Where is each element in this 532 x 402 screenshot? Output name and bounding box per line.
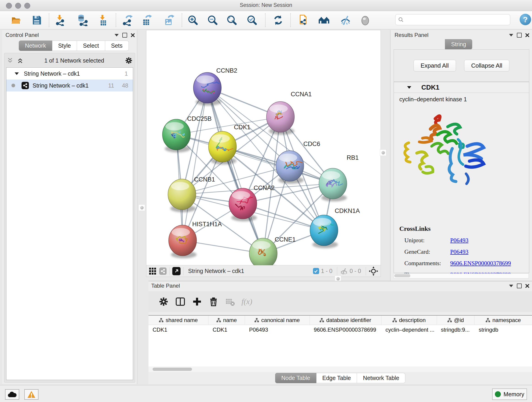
column-header[interactable]: canonical name (245, 316, 310, 325)
export-table-icon (141, 14, 153, 26)
open-session-button[interactable] (10, 14, 22, 26)
close-panel-icon[interactable] (525, 33, 529, 37)
column-header[interactable]: name (209, 316, 245, 325)
expand-all-button[interactable]: Expand All (413, 60, 456, 71)
results-horizontal-scrollbar[interactable] (394, 274, 529, 279)
network-node-CCNA1[interactable] (266, 102, 294, 135)
node-details-header[interactable]: CDK1 (394, 82, 529, 93)
tab-network-table[interactable]: Network Table (357, 373, 405, 383)
table-row[interactable]: CDK1 CDK1 P06493 9606.ENSP00000378699 cy… (148, 325, 532, 335)
crosslink-link[interactable]: P06493 (450, 249, 468, 255)
memory-label: Memory (504, 391, 524, 398)
tab-select[interactable]: Select (77, 41, 105, 51)
export-table-button[interactable] (141, 14, 153, 26)
selected-indicator-checkbox[interactable] (313, 268, 319, 274)
string-import-button[interactable] (298, 14, 310, 26)
memory-button[interactable]: Memory (492, 389, 527, 400)
crosslink-link[interactable]: 9606.ENSP00000378699 (450, 260, 511, 267)
cell-database-identifier: 9606.ENSP00000378699 (310, 325, 381, 335)
zoom-in-button[interactable] (187, 14, 199, 26)
import-network-database-button[interactable] (76, 14, 89, 26)
panel-menu-icon[interactable] (509, 285, 513, 287)
zoom-selected-icon (246, 14, 258, 26)
column-header[interactable]: shared name (148, 316, 209, 325)
eye-slash-icon (340, 14, 351, 26)
network-node-HIST1H1A[interactable] (169, 225, 196, 258)
table-options-gear-icon[interactable] (158, 297, 169, 307)
network-node-CDC25B[interactable] (162, 119, 190, 153)
zoom-fit-button[interactable] (226, 14, 238, 26)
close-panel-icon[interactable] (131, 33, 135, 37)
table-horizontal-scrollbar[interactable] (148, 366, 532, 372)
help-button[interactable]: ? (520, 14, 531, 25)
detach-view-icon[interactable] (172, 267, 181, 275)
network-node-RB1[interactable] (319, 168, 347, 201)
expand-all-networks-icon[interactable] (17, 57, 24, 64)
warnings-button[interactable] (24, 389, 38, 400)
details-disclosure-icon[interactable] (407, 86, 411, 89)
search-input[interactable] (404, 15, 510, 25)
float-panel-icon[interactable] (122, 33, 127, 38)
float-panel-icon[interactable] (517, 33, 522, 38)
network-row[interactable]: String Network – cdk1 11 48 (6, 80, 133, 91)
tab-network[interactable]: Network (19, 41, 52, 51)
cloud-tasks-button[interactable] (5, 389, 19, 400)
close-panel-icon[interactable] (525, 284, 529, 288)
column-type-icon (216, 318, 221, 322)
network-node-CDC6[interactable] (276, 151, 304, 184)
hide-selected-button[interactable] (340, 14, 351, 26)
panel-menu-icon[interactable] (114, 34, 119, 36)
create-column-plus-icon[interactable] (192, 297, 202, 307)
tab-sets[interactable]: Sets (105, 41, 129, 51)
collection-disclosure-icon[interactable] (15, 72, 19, 75)
network-node-CDKN1A[interactable] (310, 215, 338, 248)
export-image-button[interactable] (163, 14, 175, 26)
crosslink-label: Compartments: (399, 260, 450, 267)
database-import-icon (76, 14, 89, 26)
tab-string[interactable]: String (445, 39, 472, 50)
pan-crosshair-icon[interactable] (369, 266, 378, 276)
zoom-selected-button[interactable] (246, 14, 258, 26)
first-neighbors-button[interactable] (318, 14, 330, 26)
delete-column-trash-icon[interactable] (209, 297, 219, 307)
network-options-gear-icon[interactable] (125, 57, 133, 64)
scrollbar-thumb[interactable] (394, 274, 410, 277)
refresh-button[interactable] (272, 14, 284, 26)
network-canvas[interactable]: CCNB2CCNA1CDC25BCDK1CDC6RB1CCNB1CCNA2CDK… (146, 30, 380, 265)
network-node-CCNB1[interactable] (168, 179, 196, 212)
column-label: shared name (166, 317, 198, 323)
export-network-button[interactable] (122, 14, 134, 26)
network-node-CCNE1[interactable] (249, 238, 277, 265)
scrollbar-thumb[interactable] (152, 368, 192, 371)
crosslink-link[interactable]: P06493 (450, 237, 468, 244)
collapse-all-networks-icon[interactable] (7, 57, 13, 64)
tab-edge-table[interactable]: Edge Table (317, 373, 357, 383)
zoom-out-button[interactable] (207, 14, 219, 26)
show-columns-icon[interactable] (175, 296, 186, 307)
float-panel-icon[interactable] (517, 283, 522, 288)
save-session-button[interactable] (31, 14, 43, 26)
network-collection-row[interactable]: String Network – cdk1 1 (6, 68, 133, 80)
column-type-icon (254, 318, 259, 322)
panel-menu-icon[interactable] (509, 34, 513, 36)
collapse-all-button[interactable]: Collapse All (464, 60, 510, 71)
network-view[interactable]: CCNB2CCNA1CDC25BCDK1CDC6RB1CCNB1CCNA2CDK… (146, 30, 381, 277)
network-node-CCNA2[interactable] (229, 188, 257, 221)
column-header[interactable]: database identifier (310, 316, 381, 325)
column-header[interactable]: namespace (475, 316, 532, 325)
column-header[interactable]: @id (437, 316, 475, 325)
tab-node-table[interactable]: Node Table (275, 373, 317, 383)
import-network-file-button[interactable] (55, 14, 66, 26)
column-header[interactable]: description (381, 316, 437, 325)
show-graphics-details-button[interactable] (359, 14, 371, 26)
tab-style[interactable]: Style (52, 41, 77, 51)
cell-canonical-name: P06493 (245, 325, 310, 335)
birds-eye-view-icon[interactable] (149, 267, 157, 275)
network-node-CDK1[interactable] (209, 131, 236, 165)
cloud-icon (7, 391, 17, 398)
left-splitter-handle[interactable] (139, 204, 145, 211)
import-table-file-button[interactable] (97, 14, 109, 26)
table-panel-title: Table Panel (151, 283, 180, 289)
network-node-CCNB2[interactable] (193, 72, 221, 106)
right-splitter-handle[interactable] (380, 149, 386, 156)
